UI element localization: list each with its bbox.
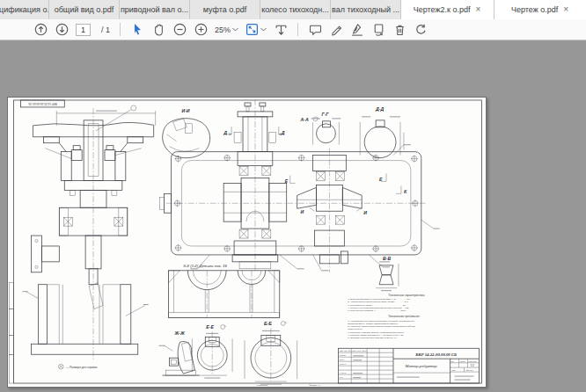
title-block-header: Изм. Лист № докум. Подп. Дата (340, 350, 367, 352)
tab-chertezh2[interactable]: Чертеж2.к o.pdf × (401, 0, 494, 19)
page-footer: Копировал Формат A1 (257, 384, 321, 387)
view-bb: Б-Б (245, 321, 297, 384)
zoom-out-icon[interactable] (172, 22, 187, 38)
reload-icon[interactable] (414, 22, 428, 38)
view-zhzh: Ж-Ж (159, 330, 200, 375)
view-aa-label: А-А (300, 117, 309, 122)
arrow-k: К (404, 189, 407, 194)
drawing-frame (9, 100, 481, 383)
tab-specification[interactable]: ецификация о... (0, 0, 49, 19)
arrow-e-left: Е (285, 178, 289, 184)
view-ee-label: Е-Е (206, 324, 214, 330)
tech-characteristics: Техническая характеристика 1. Вращающий … (348, 294, 424, 312)
sign-pen-icon[interactable] (350, 22, 364, 38)
view-ii: И-И (163, 108, 210, 158)
lit-label: Лит. (451, 360, 455, 362)
page-count-label: / 1 (101, 25, 110, 34)
plan-view: Е Е И И К (160, 99, 440, 272)
view-zhzh-label: Ж-Ж (173, 330, 185, 336)
tech-char-title: Техническая характеристика (388, 294, 424, 297)
next-page-icon[interactable] (55, 22, 69, 38)
view-bb-label: Б-Б (264, 321, 272, 326)
select-tool-icon[interactable] (130, 22, 144, 38)
title-block-row: Н.контр. (340, 372, 347, 374)
view-gg: Г-Г (311, 112, 341, 145)
view-dd: Д-Д (360, 106, 404, 158)
title-block: Изм. Лист № докум. Подп. Дата Разраб. Пр… (338, 348, 479, 383)
footer-format: Формат A1 (309, 384, 320, 387)
reference-note-text: — Размеры для справок (66, 366, 98, 369)
corner-stamp: ВКР 14.22-00.00.00 СБ (21, 100, 65, 107)
toolbar-divider (120, 23, 121, 36)
tab-obshchiy-vid[interactable]: общий вид o.pdf (49, 0, 120, 19)
pdf-page[interactable]: ВКР 14.22-00.00.00 СБ (7, 97, 487, 388)
view-ee: Е-Е (192, 324, 232, 378)
mass-label: Масса (460, 360, 466, 362)
input-shaft-top: Д Д А-А (223, 103, 319, 152)
corner-stamp-text: ВКР 14.22-00.00.00 СБ (28, 102, 57, 105)
title-block-row: Пров. (340, 359, 345, 360)
pdf-toolbar: 1 / 1 25% (0, 19, 586, 40)
title-block-row: Разраб. (340, 354, 347, 356)
chevron-down-icon (260, 27, 267, 32)
previous-page-icon[interactable] (33, 22, 48, 38)
document-viewport[interactable]: ВКР 14.22-00.00.00 СБ (0, 40, 586, 391)
comment-icon[interactable] (308, 22, 322, 38)
view-gg-label: Г-Г (321, 112, 329, 117)
reference-note: — Размеры для справок (59, 364, 98, 369)
front-section-view (23, 105, 156, 359)
fit-page-dropdown[interactable] (245, 22, 267, 38)
title-block-row: Т.контр. (340, 363, 347, 365)
assembly-drawing: ВКР 14.22-00.00.00 СБ (8, 98, 486, 387)
sheets-label: Листов 1 (465, 369, 473, 371)
tab-chertezh[interactable]: Чертеж o.pdf × (494, 0, 586, 19)
zoom-in-icon[interactable] (194, 22, 208, 38)
tech-char-line: 5. Срок службы привода, ч . . . . . . . … (348, 309, 406, 312)
doc-number: ВКР 14.22-00.00.00 СБ (414, 352, 457, 357)
scroll-mode-icon[interactable] (274, 22, 288, 38)
tech-req-title: Технические требования (388, 315, 420, 318)
hand-tool-icon[interactable] (151, 22, 165, 38)
delete-page-icon[interactable] (392, 22, 407, 38)
toolbar-divider (297, 23, 298, 36)
arrow-i-left: И (301, 209, 304, 214)
chevron-down-icon (232, 27, 238, 32)
tab-close-icon[interactable]: × (474, 5, 481, 14)
tab-koleso[interactable]: колесо тихоходн... (260, 0, 331, 19)
tab-mufta[interactable]: муфта o.pdf (190, 0, 260, 19)
scale-value: 1:2 (470, 364, 474, 367)
view-kk: К-К (1:2) Деталь поз. 16 (169, 264, 280, 318)
tech-requirements: Технические требования 1. Необработанные… (348, 315, 420, 338)
page-number-input[interactable]: 1 (76, 24, 91, 36)
tech-req-line: 5. Обкатать редуктор без нагрузки не мен… (348, 337, 398, 339)
scale-label: Масштаб (468, 360, 477, 362)
zoom-level-value: 25% (215, 25, 231, 34)
footer-copied: Копировал (257, 384, 268, 387)
sheet-label: Лист (452, 369, 457, 371)
arrow-i-right: И (363, 210, 367, 215)
view-ii-label: И-И (181, 108, 189, 113)
tab-privodnoy-val[interactable]: приводной вал о... (120, 0, 190, 19)
draw-pencil-icon[interactable] (329, 22, 343, 38)
view-vv-label: В-В (383, 256, 391, 261)
title-block-row: Утв. (340, 376, 343, 378)
tab-bar: ецификация о... общий вид o.pdf приводно… (0, 0, 586, 19)
view-vv: В-В (376, 256, 399, 291)
assembly-name: Мотор-редуктор (406, 364, 437, 368)
zoom-level-dropdown[interactable]: 25% (215, 22, 238, 38)
organize-pages-icon[interactable] (371, 22, 385, 38)
view-kk-label: К-К (1:2) Деталь поз. 16 (183, 264, 227, 268)
tab-val-tikhokhodny[interactable]: вал тихоходный ... (331, 0, 401, 19)
view-dd-label: Д-Д (375, 106, 384, 112)
tab-close-icon[interactable]: × (562, 5, 569, 14)
